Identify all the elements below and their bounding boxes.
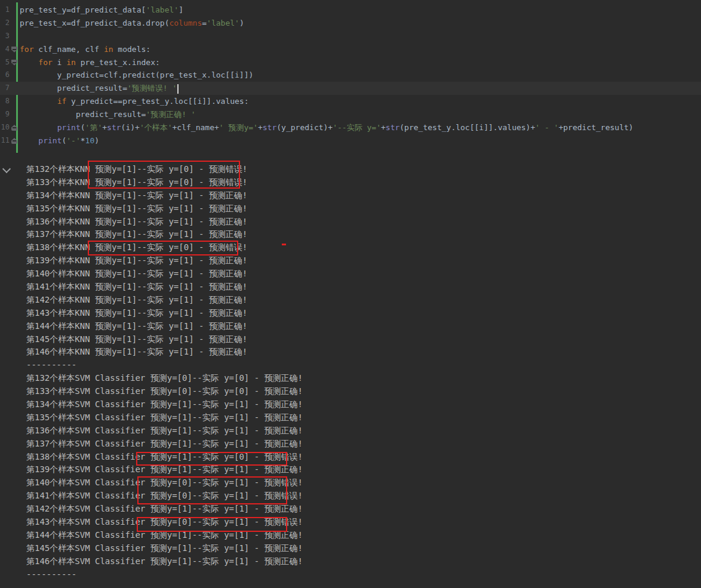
code-text[interactable]: if y_predict==pre_test_y.loc[[i]].values… [20, 95, 249, 108]
console-output-line: 第146个样本KNN 预测y=[1]--实际 y=[1] - 预测正确! [0, 346, 701, 359]
code-token: 'label' [146, 5, 179, 14]
fold-expand-icon[interactable] [11, 60, 17, 66]
code-token: in [66, 58, 76, 67]
console-output-line: ---------- [0, 568, 701, 581]
console-output-line: 第142个样本KNN 预测y=[1]--实际 y=[1] - 预测正确! [0, 294, 701, 307]
code-token: str [107, 123, 121, 132]
code-token: models: [113, 45, 151, 54]
code-token: in [104, 45, 113, 54]
code-token [20, 123, 57, 132]
code-text[interactable]: pre_test_y=df_predict_data['label'] [20, 4, 183, 17]
code-token: ] [179, 5, 183, 14]
code-token: ) [239, 19, 244, 27]
code-text[interactable]: for clf_name, clf in models: [20, 43, 150, 56]
code-token [20, 58, 38, 67]
text-cursor [177, 84, 179, 94]
code-line[interactable]: 1pre_test_y=df_predict_data['label'] [0, 4, 701, 17]
fold-end-icon[interactable] [11, 138, 17, 144]
console-output-line: 第137个样本SVM Classifier 预测y=[1]--实际 y=[1] … [0, 438, 701, 451]
code-text[interactable]: print('第'+str(i)+'个样本'+clf_name+' 预测y='+… [20, 121, 634, 134]
code-token: if [57, 97, 67, 106]
code-line[interactable]: 6 y_predict=clf.predict(pre_test_x.loc[[… [0, 69, 701, 82]
line-number: 7 [0, 82, 10, 95]
code-token [20, 136, 38, 145]
gutter-fold-column [10, 134, 20, 147]
gutter-fold-column [10, 30, 20, 43]
line-number: 5 [0, 56, 10, 69]
code-token: + [258, 123, 263, 132]
line-number: 4 [0, 43, 10, 56]
fold-end-icon[interactable] [11, 125, 17, 131]
console-output-line: 第145个样本KNN 预测y=[1]--实际 y=[1] - 预测正确! [0, 333, 701, 346]
line-number: 9 [0, 108, 10, 121]
console-output-line: 第135个样本KNN 预测y=[1]--实际 y=[1] - 预测正确! [0, 202, 701, 216]
console-output-line: 第140个样本SVM Classifier 预测y=[0]--实际 y=[1] … [0, 476, 701, 490]
code-token: '第' [85, 123, 103, 132]
console-output-line: 第144个样本KNN 预测y=[1]--实际 y=[1] - 预测正确! [0, 320, 701, 333]
gutter-fold-column [10, 95, 20, 108]
code-token: y_predict=clf.predict(pre_test_x.loc[[i]… [20, 70, 253, 79]
code-token: y_predict==pre_test_y.loc[[i]].values: [66, 97, 248, 106]
line-number: 8 [0, 95, 10, 108]
annotation-red-box [88, 241, 238, 255]
code-line[interactable]: 5 for i in pre_test_x.index: [0, 56, 701, 69]
line-number: 3 [0, 30, 10, 43]
fold-minus-glyph [13, 62, 16, 63]
gutter-fold-column [10, 4, 20, 17]
console-output-line: 第135个样本SVM Classifier 预测y=[1]--实际 y=[1] … [0, 411, 701, 424]
fold-expand-icon[interactable] [11, 47, 17, 53]
code-line[interactable]: 7 predict_result='预测错误! ' [0, 82, 701, 95]
code-text[interactable]: for i in pre_test_x.index: [20, 56, 160, 69]
code-text[interactable]: y_predict=clf.predict(pre_test_x.loc[[i]… [20, 69, 253, 82]
line-number: 6 [0, 69, 10, 82]
annotation-red-box [88, 161, 240, 189]
code-token: '-' [66, 136, 80, 145]
code-line[interactable]: 9 predict_result='预测正确! ' [0, 108, 701, 121]
fold-minus-glyph [13, 49, 16, 50]
code-token: for [38, 58, 52, 67]
code-text[interactable]: pre_test_x=df_predict_data.drop(columns=… [20, 17, 244, 30]
code-line[interactable]: 11 print('-'*10) [0, 134, 701, 147]
code-text[interactable]: print('-'*10) [20, 134, 99, 147]
annotation-red-dash [282, 244, 286, 245]
code-token: * [81, 136, 85, 145]
line-number: 1 [0, 4, 10, 17]
line-number: 10 [0, 121, 10, 134]
console-output-line: 第137个样本KNN 预测y=[1]--实际 y=[1] - 预测正确! [0, 228, 701, 241]
code-token: = [202, 19, 207, 27]
code-token: ' - ' [535, 123, 558, 132]
code-token: '--实际 y=' [333, 123, 381, 132]
code-token: pre_test_y=df_predict_data[ [20, 5, 146, 14]
code-editor[interactable]: 1pre_test_y=df_predict_data['label']2pre… [0, 0, 701, 147]
code-line[interactable]: 8 if y_predict==pre_test_y.loc[[i]].valu… [0, 95, 701, 108]
code-token: '预测正确! ' [146, 110, 195, 119]
code-token: pre_test_x.index: [76, 58, 160, 67]
code-text[interactable]: predict_result='预测错误! ' [20, 82, 179, 95]
console-output-line: 第141个样本KNN 预测y=[1]--实际 y=[1] - 预测正确! [0, 281, 701, 294]
code-text[interactable]: predict_result='预测正确! ' [20, 108, 196, 121]
code-token: clf_name, clf [33, 45, 103, 54]
code-token: print [57, 123, 81, 132]
code-line[interactable]: 2pre_test_x=df_predict_data.drop(columns… [0, 17, 701, 30]
code-line[interactable]: 10 print('第'+str(i)+'个样本'+clf_name+' 预测y… [0, 121, 701, 134]
gutter-fold-column [10, 17, 20, 30]
console-output-line: 第136个样本KNN 预测y=[1]--实际 y=[1] - 预测正确! [0, 216, 701, 229]
gutter-fold-column [10, 121, 20, 134]
code-line[interactable]: 4for clf_name, clf in models: [0, 43, 701, 56]
code-token: predict_result= [20, 84, 127, 93]
console-output-line: 第139个样本KNN 预测y=[1]--实际 y=[1] - 预测正确! [0, 254, 701, 267]
run-console-output[interactable]: 第132个样本KNN 预测y=[1]--实际 y=[0] - 预测错误!第133… [0, 163, 701, 581]
console-output-line: 第143个样本KNN 预测y=[1]--实际 y=[1] - 预测正确! [0, 307, 701, 320]
code-token: +clf_name+ [173, 123, 219, 132]
console-output-line: 第145个样本SVM Classifier 预测y=[1]--实际 y=[1] … [0, 542, 701, 555]
console-output-line: ---------- [0, 359, 701, 372]
code-line[interactable]: 3 [0, 30, 701, 43]
line-number: 11 [0, 134, 10, 147]
console-output-line: 第143个样本SVM Classifier 预测y=[0]--实际 y=[1] … [0, 516, 701, 529]
code-token: ' 预测y=' [219, 123, 258, 132]
console-output-line: 第139个样本SVM Classifier 预测y=[1]--实际 y=[1] … [0, 463, 701, 476]
code-token: '预测错误! ' [127, 84, 177, 93]
code-token [20, 97, 57, 106]
code-token: 10 [85, 136, 95, 145]
code-token: 'label' [207, 19, 239, 27]
